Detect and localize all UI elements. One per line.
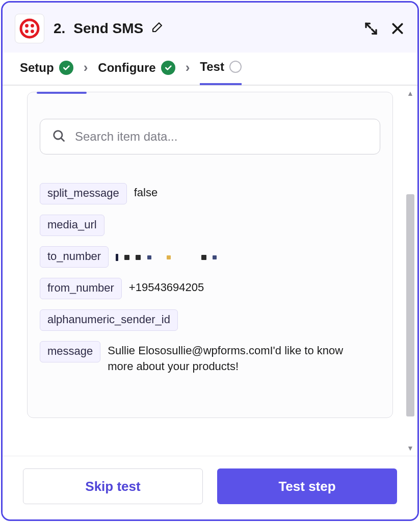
field-value: +19543694205: [129, 278, 204, 296]
step-title-text: Send SMS: [73, 20, 143, 37]
twilio-app-icon: [15, 14, 44, 43]
field-value: Sullie Elososullie@wpforms.comI'd like t…: [108, 341, 347, 375]
field-key: media_url: [40, 215, 104, 236]
field-key: split_message: [40, 183, 127, 204]
scroll-area: split_message false media_url to_number: [3, 86, 405, 456]
crumb-test-label: Test: [200, 60, 224, 74]
step-number: 2.: [54, 20, 65, 37]
svg-point-3: [25, 30, 29, 33]
field-key: to_number: [40, 246, 109, 268]
svg-point-4: [31, 30, 34, 33]
crumb-setup-label: Setup: [20, 61, 54, 75]
field-value-redacted: [116, 246, 220, 265]
skip-test-label: Skip test: [85, 479, 140, 494]
step-title: 2. Send SMS: [54, 20, 354, 37]
crumb-setup[interactable]: Setup: [20, 61, 73, 84]
field-alphanumeric-sender-id: alphanumeric_sender_id: [40, 309, 380, 331]
field-to-number: to_number: [40, 246, 380, 268]
breadcrumb: Setup › Configure › Test: [3, 53, 417, 85]
test-step-label: Test step: [278, 479, 335, 494]
chevron-right-icon: ›: [81, 60, 91, 85]
expand-icon[interactable]: [363, 21, 379, 36]
crumb-configure-label: Configure: [98, 61, 155, 75]
svg-point-0: [21, 20, 38, 37]
scroll-up-icon[interactable]: ▲: [407, 90, 414, 97]
item-data-card: split_message false media_url to_number: [27, 92, 393, 418]
panel-header: 2. Send SMS: [3, 3, 417, 53]
field-key: message: [40, 341, 100, 362]
check-icon: [161, 61, 175, 75]
search-input[interactable]: [75, 129, 369, 144]
scroll-down-icon[interactable]: ▼: [407, 445, 414, 452]
svg-point-1: [25, 24, 29, 28]
field-from-number: from_number +19543694205: [40, 278, 380, 299]
header-actions: [363, 21, 405, 36]
field-value: false: [134, 183, 158, 201]
chevron-right-icon: ›: [182, 60, 193, 85]
scrollbar[interactable]: ▲ ▼: [406, 90, 414, 452]
field-key: alphanumeric_sender_id: [40, 309, 178, 331]
close-icon[interactable]: [390, 21, 405, 36]
card-accent: [37, 92, 87, 94]
edit-title-icon[interactable]: [151, 20, 164, 37]
search-icon: [51, 128, 66, 145]
empty-status-icon: [229, 61, 242, 73]
scroll-track[interactable]: [406, 97, 414, 445]
crumb-test[interactable]: Test: [200, 60, 242, 85]
step-panel: 2. Send SMS Setup: [1, 1, 419, 521]
panel-footer: Skip test Test step: [3, 456, 417, 519]
skip-test-button[interactable]: Skip test: [23, 468, 203, 504]
field-split-message: split_message false: [40, 183, 380, 204]
panel-body: split_message false media_url to_number: [3, 85, 417, 456]
field-media-url: media_url: [40, 215, 380, 236]
scroll-thumb[interactable]: [406, 194, 414, 416]
field-list: split_message false media_url to_number: [40, 183, 380, 375]
test-step-button[interactable]: Test step: [217, 468, 397, 504]
search-box[interactable]: [40, 119, 380, 154]
field-message: message Sullie Elososullie@wpforms.comI'…: [40, 341, 380, 375]
crumb-configure[interactable]: Configure: [98, 61, 175, 84]
field-key: from_number: [40, 278, 122, 299]
svg-point-2: [31, 24, 34, 28]
check-icon: [59, 61, 73, 75]
